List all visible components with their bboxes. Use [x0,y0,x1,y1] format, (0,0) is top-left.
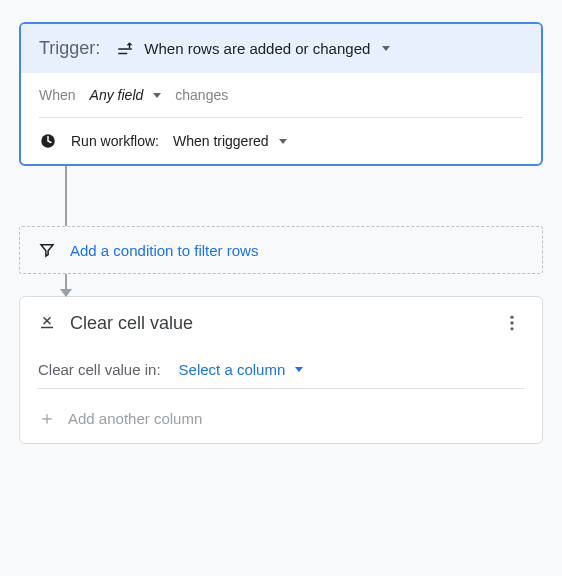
svg-rect-1 [41,327,53,329]
chevron-down-icon [153,93,161,98]
plus-icon: ＋ [38,409,56,427]
rows-changed-icon [116,40,134,58]
clear-cell-icon [38,314,56,332]
add-condition-text: Add a condition to filter rows [70,242,258,259]
action-card: Clear cell value Clear cell value in: Se… [19,296,543,444]
column-selector-placeholder: Select a column [179,361,286,378]
trigger-field-selector[interactable]: When Any field changes [39,87,523,103]
add-another-column-button[interactable]: ＋ Add another column [20,395,542,439]
action-more-button[interactable] [500,311,524,335]
action-title: Clear cell value [70,313,193,334]
run-workflow-value: When triggered [173,133,269,149]
run-workflow-selector[interactable]: Run workflow: When triggered [39,132,523,150]
chevron-down-icon [382,46,390,51]
trigger-type-selector[interactable]: Trigger: When rows are added or changed [21,24,541,73]
when-label: When [39,87,76,103]
svg-point-2 [510,316,513,319]
connector-arrow [19,274,543,296]
clock-icon [39,132,57,150]
trigger-card: Trigger: When rows are added or changed … [19,22,543,166]
trigger-label: Trigger: [39,38,100,59]
add-another-column-text: Add another column [68,410,202,427]
trigger-type-text: When rows are added or changed [144,40,370,57]
svg-point-3 [510,321,513,324]
chevron-down-icon [295,367,303,372]
changes-label: changes [175,87,228,103]
connector-line [19,166,543,226]
column-selector[interactable]: Select a column [179,361,304,378]
field-value: Any field [90,87,144,103]
clear-in-label: Clear cell value in: [38,361,161,378]
svg-point-4 [510,327,513,330]
more-vert-icon [502,313,522,333]
chevron-down-icon [279,139,287,144]
filter-icon [38,241,56,259]
add-condition-button[interactable]: Add a condition to filter rows [19,226,543,274]
run-workflow-label: Run workflow: [71,133,159,149]
